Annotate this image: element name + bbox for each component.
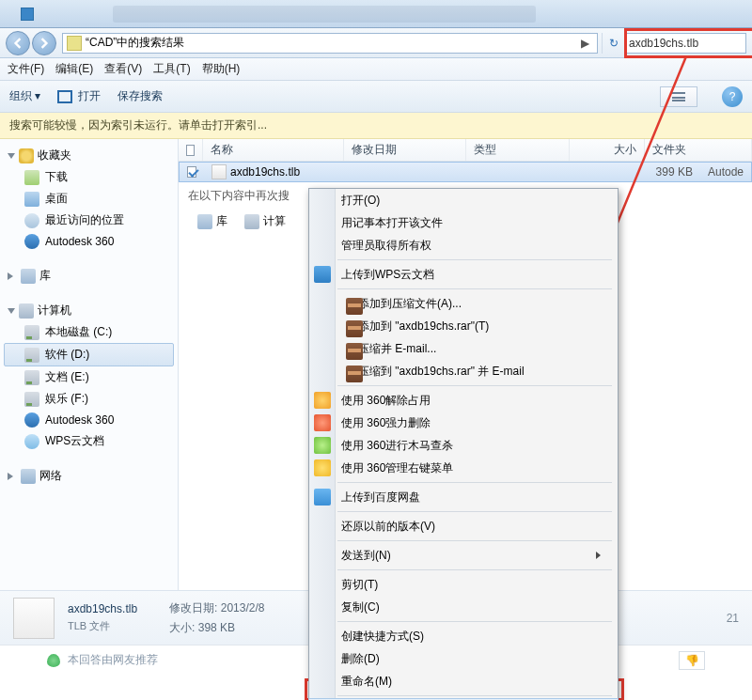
context-menu-item[interactable]: 上传到百度网盘 — [309, 486, 618, 508]
context-menu-item[interactable]: 复制(C) — [309, 596, 618, 618]
context-menu-item[interactable]: 管理员取得所有权 — [309, 234, 618, 257]
help-button[interactable]: ? — [722, 86, 743, 107]
context-menu-item[interactable]: 重命名(M) — [309, 670, 618, 692]
file-row[interactable]: axdb19chs.tlb 399 KB Autode — [179, 162, 752, 182]
column-checkbox[interactable] — [179, 139, 203, 161]
context-menu-item[interactable]: 用记事本打开该文件 — [309, 211, 618, 234]
context-menu-item[interactable]: 压缩并 E-mail... — [309, 337, 618, 360]
context-menu-item[interactable]: 发送到(N) — [309, 544, 618, 567]
context-menu-label: 打开(O) — [341, 193, 380, 209]
column-name[interactable]: 名称 — [203, 139, 344, 161]
context-menu-label: 复制(C) — [341, 599, 380, 615]
context-menu-item[interactable]: 创建快捷方式(S) — [309, 625, 618, 647]
sidebar-item-autodesk360-drive[interactable]: Autodesk 360 — [4, 410, 174, 430]
context-menu-separator — [337, 569, 612, 570]
sidebar-group-network[interactable]: 网络 — [4, 465, 174, 487]
sidebar-group-computer[interactable]: 计算机 — [4, 300, 174, 321]
forward-button[interactable] — [32, 31, 56, 55]
context-menu-label: 创建快捷方式(S) — [341, 629, 424, 645]
library-icon — [197, 214, 212, 229]
context-menu-item[interactable]: 使用 360进行木马查杀 — [309, 434, 618, 457]
context-menu-separator — [337, 482, 612, 483]
column-size[interactable]: 大小 — [570, 139, 645, 161]
context-menu-label: 管理员取得所有权 — [341, 238, 431, 254]
context-menu-item[interactable]: 使用 360强力删除 — [309, 412, 618, 434]
menu-help[interactable]: 帮助(H) — [202, 61, 241, 77]
info-bar[interactable]: 搜索可能较慢，因为索引未运行。请单击打开索引... — [0, 113, 752, 139]
sidebar-item-autodesk360[interactable]: Autodesk 360 — [4, 231, 174, 252]
address-bar[interactable]: “CAD”中的搜索结果 ▶ — [62, 33, 598, 54]
menu-file[interactable]: 文件(F) — [8, 61, 44, 77]
sidebar-group-libraries[interactable]: 库 — [4, 265, 174, 287]
context-menu: 打开(O)用记事本打开该文件管理员取得所有权上传到WPS云文档添加到压缩文件(A… — [308, 188, 619, 700]
menu-tools[interactable]: 工具(T) — [153, 61, 190, 77]
search-again-computer[interactable]: 计算 — [244, 213, 286, 229]
a360-icon — [24, 234, 39, 249]
sidebar-item-recent[interactable]: 最近访问的位置 — [4, 210, 174, 231]
context-menu-item[interactable]: 还原以前的版本(V) — [309, 515, 618, 537]
context-menu-label: 上传到百度网盘 — [341, 490, 420, 506]
column-folder[interactable]: 文件夹 — [645, 139, 752, 161]
thumbs-down-button[interactable]: 👎 — [679, 651, 705, 670]
context-menu-item[interactable]: 添加到 "axdb19chs.rar"(T) — [309, 315, 618, 337]
sidebar-item-downloads[interactable]: 下载 — [4, 166, 174, 188]
sidebar-group-favorites[interactable]: 收藏夹 — [4, 145, 174, 166]
context-menu-separator — [337, 259, 612, 260]
star-icon — [19, 148, 34, 163]
context-menu-item[interactable]: 添加到压缩文件(A)... — [309, 292, 618, 315]
sidebar-item-drive-f[interactable]: 娱乐 (F:) — [4, 388, 174, 410]
rar-icon — [346, 320, 363, 337]
menu-bar: 文件(F) 编辑(E) 查看(V) 工具(T) 帮助(H) — [0, 58, 752, 81]
context-menu-item[interactable]: 剪切(T) — [309, 573, 618, 596]
search-again-libraries[interactable]: 库 — [197, 213, 227, 229]
context-menu-separator — [337, 511, 612, 512]
s360d-icon — [314, 459, 331, 476]
sidebar-item-drive-d[interactable]: 软件 (D:) — [4, 343, 174, 366]
address-arrow: ▶ — [577, 37, 593, 50]
column-type[interactable]: 类型 — [466, 139, 570, 161]
desktop-icon — [24, 192, 39, 207]
context-menu-item[interactable]: 删除(D) — [309, 647, 618, 670]
save-search-button[interactable]: 保存搜索 — [118, 88, 163, 104]
s360a-icon — [314, 392, 331, 409]
a360-icon — [24, 412, 39, 428]
network-icon — [21, 469, 36, 484]
context-menu-item[interactable]: 上传到WPS云文档 — [309, 263, 618, 286]
context-menu-separator — [337, 621, 612, 622]
sidebar-item-desktop[interactable]: 桌面 — [4, 188, 174, 210]
folder-icon — [67, 36, 82, 51]
submenu-arrow-icon — [596, 552, 601, 559]
sidebar-item-wps-cloud[interactable]: WPS云文档 — [4, 430, 174, 452]
back-button[interactable] — [6, 31, 30, 55]
download-icon — [24, 170, 39, 185]
rar-icon — [346, 366, 363, 382]
context-menu-item[interactable]: 压缩到 "axdb19chs.rar" 并 E-mail — [309, 360, 618, 382]
context-menu-item[interactable]: 使用 360解除占用 — [309, 389, 618, 412]
rar-icon — [346, 298, 363, 315]
context-menu-item[interactable]: 使用 360管理右键菜单 — [309, 457, 618, 479]
refresh-button[interactable]: ↻ — [602, 33, 624, 54]
open-icon — [57, 90, 72, 103]
context-menu-label: 添加到压缩文件(A)... — [358, 296, 462, 312]
context-menu-label: 使用 360管理右键菜单 — [341, 460, 453, 476]
search-input[interactable] — [624, 33, 746, 54]
context-menu-separator — [337, 695, 612, 696]
context-menu-separator — [337, 288, 612, 289]
view-button[interactable] — [660, 86, 697, 107]
file-icon — [212, 164, 227, 179]
menu-edit[interactable]: 编辑(E) — [55, 61, 93, 77]
organize-button[interactable]: 组织 ▾ — [9, 88, 40, 104]
sidebar-item-drive-e[interactable]: 文档 (E:) — [4, 366, 174, 388]
menu-view[interactable]: 查看(V) — [104, 61, 142, 77]
column-date[interactable]: 修改日期 — [344, 139, 466, 161]
nav-row: “CAD”中的搜索结果 ▶ ↻ — [0, 28, 752, 58]
window-titlebar — [0, 0, 752, 28]
sidebar-item-drive-c[interactable]: 本地磁盘 (C:) — [4, 321, 174, 343]
context-menu-label: 使用 360强力删除 — [341, 415, 431, 431]
context-menu-item[interactable]: 打开(O) — [309, 189, 618, 211]
context-menu-label: 上传到WPS云文档 — [341, 267, 434, 283]
details-filetype: TLB 文件 — [68, 619, 137, 633]
open-button[interactable]: 打开 — [57, 88, 101, 104]
row-checkbox[interactable] — [187, 166, 196, 178]
cloud-icon — [24, 434, 39, 449]
